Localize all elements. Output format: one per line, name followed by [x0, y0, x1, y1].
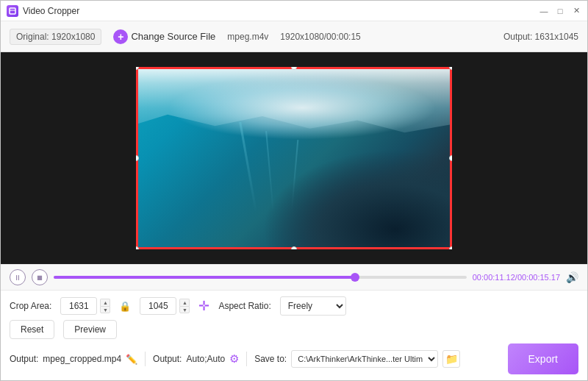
crop-height-group: ▲ ▼ [140, 297, 190, 315]
output-filename-section: Output: mpeg_cropped.mp4 ✏️ [10, 354, 137, 365]
divider-2 [246, 352, 247, 366]
progress-thumb[interactable] [351, 273, 359, 282]
lock-icon[interactable]: 🔒 [119, 301, 131, 312]
handle-bottom-right[interactable] [449, 246, 452, 249]
toolbar: Original: 1920x1080 + Change Source File… [1, 21, 587, 52]
save-section: Save to: C:\ArkThinker\ArkThinke...ter U… [254, 350, 460, 368]
progress-fill [54, 276, 355, 279]
export-button[interactable]: Export [508, 343, 578, 374]
folder-icon-button[interactable]: 📁 [442, 350, 460, 368]
resolution-time-label: 1920x1080/00:00:15 [280, 32, 360, 42]
original-resolution: Original: 1920x1080 [10, 29, 101, 45]
svg-rect-0 [10, 8, 15, 14]
output-row: Output: mpeg_cropped.mp4 ✏️ Output: Auto… [10, 343, 578, 374]
crop-height-spinners: ▲ ▼ [179, 299, 190, 313]
gear-icon[interactable]: ⚙ [229, 352, 239, 366]
foam-overlay [168, 76, 437, 140]
aspect-ratio-select[interactable]: Freely 16:9 4:3 1:1 [280, 296, 346, 316]
change-source-label: Change Source File [131, 31, 215, 42]
reset-button[interactable]: Reset [10, 320, 54, 339]
crop-height-up[interactable]: ▲ [179, 299, 190, 306]
close-button[interactable]: ✕ [571, 6, 581, 16]
app-icon [7, 5, 18, 17]
output-settings-value: Auto;Auto [186, 354, 225, 364]
maximize-button[interactable]: □ [555, 6, 565, 16]
window-title: Video Cropper [23, 6, 539, 16]
output-label-1: Output: [10, 354, 38, 364]
progress-track[interactable] [54, 276, 467, 279]
dark-overlay [262, 149, 452, 249]
titlebar: Video Cropper — □ ✕ [1, 1, 587, 21]
stop-button[interactable]: ⏹ [32, 269, 48, 285]
output-filename-value: mpeg_cropped.mp4 [43, 354, 121, 364]
video-container [136, 67, 452, 249]
crop-controls-row: Crop Area: ▲ ▼ 🔒 ▲ ▼ ✛ Aspect Ratio: Fr [10, 296, 578, 316]
crop-height-input[interactable] [140, 297, 176, 315]
crop-width-input[interactable] [60, 297, 97, 315]
pause-icon: ⏸ [14, 274, 21, 282]
playback-bar: ⏸ ⏹ 00:00:11.12/00:00:15.17 🔊 [1, 264, 587, 291]
action-buttons-row: Reset Preview [10, 320, 578, 339]
save-path-select[interactable]: C:\ArkThinker\ArkThinke...ter Ultimate\V… [291, 350, 438, 368]
output-label-2: Output: [153, 354, 182, 364]
crop-area-label: Crop Area: [10, 301, 51, 311]
divider-1 [145, 352, 146, 366]
video-area [1, 52, 587, 264]
crop-width-group: ▲ ▼ [60, 297, 110, 315]
window-controls: — □ ✕ [539, 6, 581, 16]
video-preview [136, 67, 452, 249]
add-icon: + [113, 29, 128, 44]
move-icon[interactable]: ✛ [198, 298, 209, 314]
controls-area: Crop Area: ▲ ▼ 🔒 ▲ ▼ ✛ Aspect Ratio: Fr [1, 291, 587, 380]
change-source-button[interactable]: + Change Source File [113, 29, 215, 44]
handle-bottom-middle[interactable] [291, 246, 297, 249]
crop-width-up[interactable]: ▲ [100, 299, 110, 306]
handle-middle-right[interactable] [449, 155, 452, 161]
preview-button[interactable]: Preview [63, 320, 117, 339]
output-resolution-label: Output: 1631x1045 [503, 32, 578, 42]
video-frame [136, 67, 452, 249]
save-label: Save to: [254, 354, 287, 364]
folder-icon: 📁 [445, 353, 458, 365]
stop-icon: ⏹ [36, 274, 43, 282]
crop-width-down[interactable]: ▼ [100, 306, 110, 313]
edit-icon[interactable]: ✏️ [126, 354, 137, 365]
filename-label: mpeg.m4v [227, 32, 268, 42]
main-window: Video Cropper — □ ✕ Original: 1920x1080 … [0, 0, 588, 381]
output-settings-section: Output: Auto;Auto ⚙ [153, 352, 239, 366]
minimize-button[interactable]: — [539, 6, 549, 16]
time-display: 00:00:11.12/00:00:15.17 [473, 273, 560, 282]
crop-height-down[interactable]: ▼ [179, 306, 190, 313]
crop-width-spinners: ▲ ▼ [100, 299, 110, 313]
aspect-ratio-label: Aspect Ratio: [218, 301, 270, 311]
volume-icon[interactable]: 🔊 [566, 271, 578, 283]
pause-button[interactable]: ⏸ [10, 269, 26, 285]
